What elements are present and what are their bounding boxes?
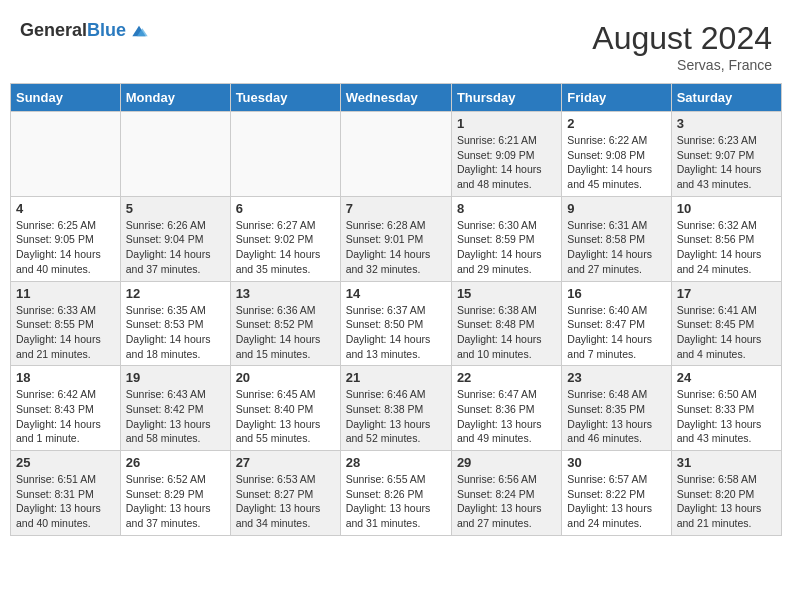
day-cell: 20Sunrise: 6:45 AM Sunset: 8:40 PM Dayli… — [230, 366, 340, 451]
day-cell: 26Sunrise: 6:52 AM Sunset: 8:29 PM Dayli… — [120, 451, 230, 536]
day-cell: 30Sunrise: 6:57 AM Sunset: 8:22 PM Dayli… — [562, 451, 671, 536]
calendar-table: SundayMondayTuesdayWednesdayThursdayFrid… — [10, 83, 782, 536]
day-cell — [340, 112, 451, 197]
day-info: Sunrise: 6:31 AM Sunset: 8:58 PM Dayligh… — [567, 218, 665, 277]
day-cell: 24Sunrise: 6:50 AM Sunset: 8:33 PM Dayli… — [671, 366, 781, 451]
day-number: 28 — [346, 455, 446, 470]
day-number: 14 — [346, 286, 446, 301]
day-number: 25 — [16, 455, 115, 470]
logo-general: General — [20, 20, 87, 40]
day-info: Sunrise: 6:27 AM Sunset: 9:02 PM Dayligh… — [236, 218, 335, 277]
day-info: Sunrise: 6:53 AM Sunset: 8:27 PM Dayligh… — [236, 472, 335, 531]
day-info: Sunrise: 6:50 AM Sunset: 8:33 PM Dayligh… — [677, 387, 776, 446]
day-number: 21 — [346, 370, 446, 385]
week-row-1: 1Sunrise: 6:21 AM Sunset: 9:09 PM Daylig… — [11, 112, 782, 197]
day-number: 24 — [677, 370, 776, 385]
day-cell: 29Sunrise: 6:56 AM Sunset: 8:24 PM Dayli… — [451, 451, 561, 536]
day-cell: 28Sunrise: 6:55 AM Sunset: 8:26 PM Dayli… — [340, 451, 451, 536]
day-cell: 16Sunrise: 6:40 AM Sunset: 8:47 PM Dayli… — [562, 281, 671, 366]
day-info: Sunrise: 6:35 AM Sunset: 8:53 PM Dayligh… — [126, 303, 225, 362]
day-info: Sunrise: 6:57 AM Sunset: 8:22 PM Dayligh… — [567, 472, 665, 531]
day-info: Sunrise: 6:45 AM Sunset: 8:40 PM Dayligh… — [236, 387, 335, 446]
day-info: Sunrise: 6:26 AM Sunset: 9:04 PM Dayligh… — [126, 218, 225, 277]
col-header-sunday: Sunday — [11, 84, 121, 112]
day-info: Sunrise: 6:30 AM Sunset: 8:59 PM Dayligh… — [457, 218, 556, 277]
location: Servas, France — [592, 57, 772, 73]
day-cell: 27Sunrise: 6:53 AM Sunset: 8:27 PM Dayli… — [230, 451, 340, 536]
day-number: 15 — [457, 286, 556, 301]
day-number: 16 — [567, 286, 665, 301]
day-cell: 14Sunrise: 6:37 AM Sunset: 8:50 PM Dayli… — [340, 281, 451, 366]
day-info: Sunrise: 6:55 AM Sunset: 8:26 PM Dayligh… — [346, 472, 446, 531]
day-info: Sunrise: 6:22 AM Sunset: 9:08 PM Dayligh… — [567, 133, 665, 192]
col-header-tuesday: Tuesday — [230, 84, 340, 112]
day-number: 4 — [16, 201, 115, 216]
day-number: 22 — [457, 370, 556, 385]
day-cell: 17Sunrise: 6:41 AM Sunset: 8:45 PM Dayli… — [671, 281, 781, 366]
day-info: Sunrise: 6:32 AM Sunset: 8:56 PM Dayligh… — [677, 218, 776, 277]
day-number: 9 — [567, 201, 665, 216]
day-number: 17 — [677, 286, 776, 301]
day-number: 8 — [457, 201, 556, 216]
day-cell: 2Sunrise: 6:22 AM Sunset: 9:08 PM Daylig… — [562, 112, 671, 197]
day-cell: 7Sunrise: 6:28 AM Sunset: 9:01 PM Daylig… — [340, 196, 451, 281]
day-cell: 8Sunrise: 6:30 AM Sunset: 8:59 PM Daylig… — [451, 196, 561, 281]
calendar-header-row: SundayMondayTuesdayWednesdayThursdayFrid… — [11, 84, 782, 112]
day-info: Sunrise: 6:33 AM Sunset: 8:55 PM Dayligh… — [16, 303, 115, 362]
col-header-monday: Monday — [120, 84, 230, 112]
day-cell: 22Sunrise: 6:47 AM Sunset: 8:36 PM Dayli… — [451, 366, 561, 451]
day-info: Sunrise: 6:52 AM Sunset: 8:29 PM Dayligh… — [126, 472, 225, 531]
day-info: Sunrise: 6:41 AM Sunset: 8:45 PM Dayligh… — [677, 303, 776, 362]
day-number: 30 — [567, 455, 665, 470]
day-cell — [230, 112, 340, 197]
day-number: 2 — [567, 116, 665, 131]
col-header-saturday: Saturday — [671, 84, 781, 112]
logo: GeneralBlue — [20, 20, 149, 41]
logo-icon — [129, 21, 149, 41]
col-header-thursday: Thursday — [451, 84, 561, 112]
day-number: 19 — [126, 370, 225, 385]
day-info: Sunrise: 6:43 AM Sunset: 8:42 PM Dayligh… — [126, 387, 225, 446]
day-number: 3 — [677, 116, 776, 131]
day-number: 27 — [236, 455, 335, 470]
day-cell — [11, 112, 121, 197]
day-number: 29 — [457, 455, 556, 470]
day-number: 20 — [236, 370, 335, 385]
day-info: Sunrise: 6:38 AM Sunset: 8:48 PM Dayligh… — [457, 303, 556, 362]
day-info: Sunrise: 6:42 AM Sunset: 8:43 PM Dayligh… — [16, 387, 115, 446]
day-number: 1 — [457, 116, 556, 131]
day-cell: 23Sunrise: 6:48 AM Sunset: 8:35 PM Dayli… — [562, 366, 671, 451]
day-number: 18 — [16, 370, 115, 385]
day-cell: 6Sunrise: 6:27 AM Sunset: 9:02 PM Daylig… — [230, 196, 340, 281]
day-cell: 15Sunrise: 6:38 AM Sunset: 8:48 PM Dayli… — [451, 281, 561, 366]
day-cell: 5Sunrise: 6:26 AM Sunset: 9:04 PM Daylig… — [120, 196, 230, 281]
month-year: August 2024 — [592, 20, 772, 57]
logo-blue: Blue — [87, 20, 126, 40]
day-info: Sunrise: 6:47 AM Sunset: 8:36 PM Dayligh… — [457, 387, 556, 446]
day-cell: 31Sunrise: 6:58 AM Sunset: 8:20 PM Dayli… — [671, 451, 781, 536]
week-row-4: 18Sunrise: 6:42 AM Sunset: 8:43 PM Dayli… — [11, 366, 782, 451]
title-block: August 2024 Servas, France — [592, 20, 772, 73]
day-info: Sunrise: 6:23 AM Sunset: 9:07 PM Dayligh… — [677, 133, 776, 192]
day-cell: 13Sunrise: 6:36 AM Sunset: 8:52 PM Dayli… — [230, 281, 340, 366]
day-number: 26 — [126, 455, 225, 470]
day-cell: 10Sunrise: 6:32 AM Sunset: 8:56 PM Dayli… — [671, 196, 781, 281]
day-cell: 11Sunrise: 6:33 AM Sunset: 8:55 PM Dayli… — [11, 281, 121, 366]
day-cell: 12Sunrise: 6:35 AM Sunset: 8:53 PM Dayli… — [120, 281, 230, 366]
page-header: GeneralBlue August 2024 Servas, France — [10, 10, 782, 78]
day-info: Sunrise: 6:58 AM Sunset: 8:20 PM Dayligh… — [677, 472, 776, 531]
day-info: Sunrise: 6:40 AM Sunset: 8:47 PM Dayligh… — [567, 303, 665, 362]
day-info: Sunrise: 6:37 AM Sunset: 8:50 PM Dayligh… — [346, 303, 446, 362]
day-number: 31 — [677, 455, 776, 470]
day-info: Sunrise: 6:46 AM Sunset: 8:38 PM Dayligh… — [346, 387, 446, 446]
day-cell: 25Sunrise: 6:51 AM Sunset: 8:31 PM Dayli… — [11, 451, 121, 536]
col-header-wednesday: Wednesday — [340, 84, 451, 112]
day-info: Sunrise: 6:56 AM Sunset: 8:24 PM Dayligh… — [457, 472, 556, 531]
day-cell: 9Sunrise: 6:31 AM Sunset: 8:58 PM Daylig… — [562, 196, 671, 281]
day-cell: 19Sunrise: 6:43 AM Sunset: 8:42 PM Dayli… — [120, 366, 230, 451]
week-row-3: 11Sunrise: 6:33 AM Sunset: 8:55 PM Dayli… — [11, 281, 782, 366]
day-number: 7 — [346, 201, 446, 216]
week-row-2: 4Sunrise: 6:25 AM Sunset: 9:05 PM Daylig… — [11, 196, 782, 281]
day-number: 23 — [567, 370, 665, 385]
day-info: Sunrise: 6:36 AM Sunset: 8:52 PM Dayligh… — [236, 303, 335, 362]
